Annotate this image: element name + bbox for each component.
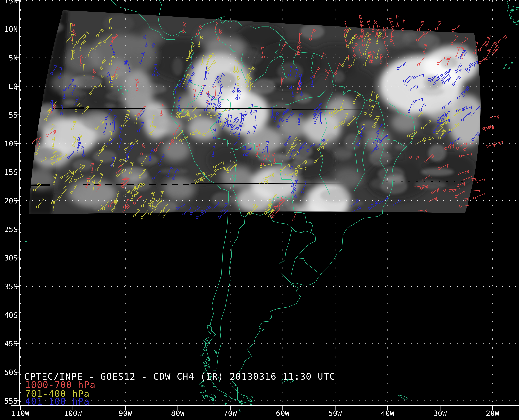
lon-label-50W: 50W bbox=[328, 409, 342, 418]
cloud-speck bbox=[137, 84, 167, 94]
lat-label-15N: 15N bbox=[4, 0, 18, 5]
lat-label-5N: 5N bbox=[9, 53, 18, 62]
lat-label-35S: 35S bbox=[4, 282, 18, 291]
lon-label-20W: 20W bbox=[486, 409, 499, 418]
cloud-bright-patch bbox=[425, 99, 457, 123]
cloud-speck bbox=[83, 115, 109, 131]
cloud-dark-patch bbox=[237, 24, 285, 47]
scan-gap-line bbox=[191, 183, 346, 183]
cloud-speck bbox=[320, 188, 350, 202]
lat-label-30S: 30S bbox=[4, 254, 18, 262]
lon-label-40W: 40W bbox=[381, 409, 394, 418]
lon-label-90W: 90W bbox=[118, 409, 132, 418]
lon-label-100W: 100W bbox=[64, 409, 82, 418]
cloud-speck bbox=[64, 100, 76, 105]
cloud-speck bbox=[170, 194, 184, 202]
scan-gap-line bbox=[150, 109, 286, 109]
cloud-speck bbox=[418, 34, 440, 50]
lon-label-110W: 110W bbox=[11, 409, 30, 418]
lat-label-55S: 55S bbox=[4, 397, 18, 405]
cloud-bright-patch bbox=[141, 29, 163, 45]
lat-label-10S: 10S bbox=[4, 139, 18, 148]
cloud-speck bbox=[216, 73, 236, 88]
map-canvas: 15N10N5NEQ5S10S15S20S25S30S35S40S45S50S5… bbox=[0, 0, 519, 420]
legend-item-high: 401-100 hPa bbox=[25, 396, 90, 407]
lon-label-30W: 30W bbox=[433, 409, 447, 418]
cloud-bright-patch bbox=[65, 45, 101, 73]
lat-label-50S: 50S bbox=[4, 368, 18, 377]
scan-gap-line bbox=[51, 108, 84, 109]
cloud-speck bbox=[138, 155, 158, 165]
cloud-speck bbox=[300, 24, 324, 39]
lat-label-10N: 10N bbox=[4, 25, 18, 34]
cloud-speck bbox=[378, 167, 404, 181]
cloud-speck bbox=[93, 150, 116, 163]
cloud-speck bbox=[403, 32, 418, 42]
cloud-speck bbox=[236, 50, 263, 65]
lon-label-60W: 60W bbox=[276, 409, 289, 418]
lat-label-5S: 5S bbox=[9, 111, 18, 119]
cloud-speck bbox=[212, 192, 234, 207]
lat-label-EQ: EQ bbox=[9, 82, 18, 91]
cloud-speck bbox=[229, 65, 256, 74]
lat-label-20S: 20S bbox=[4, 196, 18, 205]
cloud-speck bbox=[268, 102, 290, 111]
cloud-speck bbox=[110, 77, 136, 86]
cloud-speck bbox=[160, 168, 188, 174]
lat-label-25S: 25S bbox=[4, 225, 18, 234]
cloud-bright-patch bbox=[391, 113, 419, 132]
cloud-speck bbox=[295, 93, 311, 103]
cloud-bright-patch bbox=[162, 139, 190, 161]
cloud-speck bbox=[428, 144, 446, 162]
cloud-speck bbox=[105, 91, 133, 101]
cloud-speck bbox=[323, 133, 339, 152]
cloud-speck bbox=[105, 103, 115, 108]
scan-gap-line bbox=[86, 108, 144, 109]
lon-label-80W: 80W bbox=[171, 409, 185, 418]
lat-label-45S: 45S bbox=[4, 339, 18, 348]
cloud-speck bbox=[277, 63, 303, 80]
cloud-speck bbox=[395, 144, 407, 150]
cloud-speck bbox=[277, 202, 298, 212]
cloud-speck bbox=[97, 71, 125, 77]
satellite-wind-map: 15N10N5NEQ5S10S15S20S25S30S35S40S45S50S5… bbox=[0, 0, 519, 420]
lon-label-70W: 70W bbox=[223, 409, 237, 418]
cloud-speck bbox=[415, 180, 446, 189]
cloud-speck bbox=[339, 177, 362, 187]
cloud-bright-patch bbox=[353, 37, 387, 58]
lat-label-40S: 40S bbox=[4, 311, 18, 320]
cloud-speck bbox=[103, 14, 134, 33]
scan-gap-line bbox=[292, 109, 474, 109]
lat-label-15S: 15S bbox=[4, 168, 18, 177]
